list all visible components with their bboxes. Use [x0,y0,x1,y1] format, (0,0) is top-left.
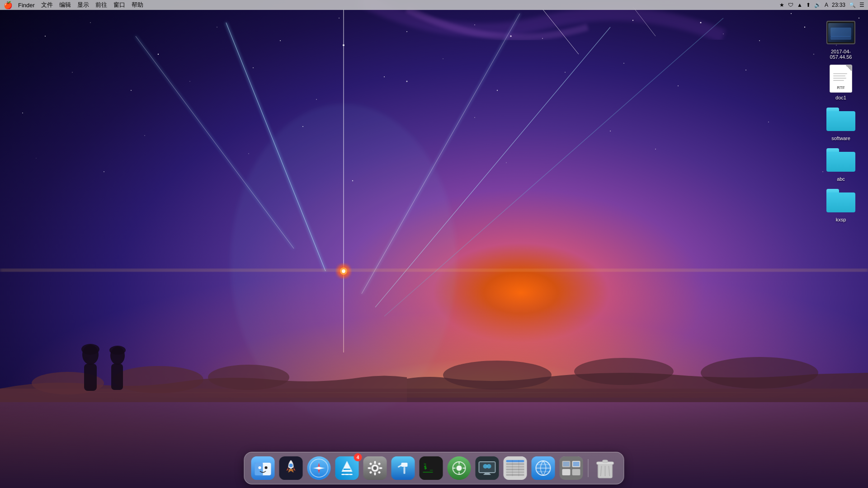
dock-util1[interactable] [502,455,528,481]
dock-mirror[interactable] [474,455,500,481]
rtf-icon-img: RTF [826,64,855,93]
svg-point-73 [701,357,818,389]
svg-point-102 [373,466,377,470]
util1-icon [504,456,527,480]
svg-rect-137 [506,469,524,470]
screenshot-icon-img [826,18,855,47]
dock-launchpad[interactable] [278,455,304,481]
git-icon [448,456,471,480]
dock-safari[interactable] [306,455,332,481]
menu-finder[interactable]: Finder [18,2,35,9]
desktop-icon-kxsp[interactable]: kxsp [823,186,859,222]
desktop-icon-screenshot[interactable]: 2017-04-057.44.56 [823,18,859,60]
finder-icon [251,456,275,480]
dock-util3[interactable] [558,455,585,481]
apple-menu[interactable]: 🍎 [4,1,13,9]
svg-rect-150 [562,469,571,475]
dock: 4 [244,452,624,484]
screenshot-icon-label: 2017-04-057.44.56 [825,49,857,60]
dock-util2[interactable] [530,455,557,481]
time-display: 23:33 [832,2,845,8]
upload-icon: ⬆ [806,2,811,8]
menubar-right: ★ 🛡 ▲ ⬆ 🔊 A 23:33 🔍 ☰ [779,2,864,8]
kxsp-folder-img [826,186,855,215]
svg-rect-153 [573,462,580,466]
desktop-icon-doc1[interactable]: RTF doc1 [823,64,859,100]
dock-separator [588,459,589,477]
launchpad-icon [279,456,303,480]
menu-icon[interactable]: ☰ [859,2,864,8]
menu-view[interactable]: 显示 [77,1,89,9]
svg-rect-147 [560,456,583,480]
menu-file[interactable]: 文件 [41,1,53,9]
dock-finder[interactable] [250,455,276,481]
abc-icon-label: abc [837,176,845,182]
software-folder-img [826,105,855,134]
appstore-badge: 4 [354,453,362,461]
svg-rect-134 [506,460,524,462]
sysprefs-icon [363,456,387,480]
dock-xcode[interactable] [390,455,416,481]
security-icon: 🛡 [788,2,793,8]
svg-rect-139 [506,474,524,476]
svg-rect-103 [374,461,376,464]
search-icon[interactable]: 🔍 [849,2,856,8]
svg-rect-132 [484,474,491,475]
svg-point-84 [259,466,261,469]
svg-rect-152 [563,462,570,466]
svg-point-121 [457,465,462,471]
menu-window[interactable]: 窗口 [113,1,125,9]
terminal-icon: $ _ > [420,456,443,480]
menu-edit[interactable]: 编辑 [59,1,71,9]
desktop-icons-container: 2017-04-057.44.56 RTF doc1 software [823,18,859,222]
svg-rect-136 [506,466,524,468]
desktop [0,0,868,488]
svg-rect-75 [84,364,97,391]
svg-point-130 [487,464,491,469]
menu-help[interactable]: 帮助 [132,1,143,9]
svg-rect-138 [506,471,524,473]
desktop-icon-software[interactable]: software [823,105,859,141]
svg-rect-111 [392,456,415,480]
figures [63,341,154,395]
wifi-icon: ▲ [797,2,802,8]
svg-point-85 [265,466,268,469]
svg-rect-106 [379,467,382,469]
star-icon: ★ [779,2,784,8]
svg-point-76 [81,344,99,355]
kxsp-icon-label: kxsp [836,217,846,222]
svg-rect-156 [603,460,608,463]
svg-point-72 [574,358,674,385]
dock-trash[interactable] [592,455,618,481]
doc1-icon-label: doc1 [835,95,846,100]
abc-folder-img [826,145,855,174]
mirror-icon [476,456,499,480]
menubar: 🍎 Finder 文件 编辑 显示 前往 窗口 帮助 ★ 🛡 ▲ ⬆ 🔊 A 2… [0,0,868,10]
dock-terminal[interactable]: $ _ > [418,455,444,481]
svg-rect-105 [368,467,371,469]
xcode-icon [392,456,415,480]
volume-icon: 🔊 [814,2,821,8]
svg-point-94 [318,467,321,469]
svg-rect-104 [374,472,376,475]
dock-git[interactable] [446,455,472,481]
dock-appstore[interactable]: 4 [334,455,360,481]
svg-rect-133 [504,456,527,480]
svg-rect-78 [111,364,123,390]
svg-point-71 [443,361,552,389]
safari-icon [307,456,331,480]
svg-rect-112 [401,463,408,467]
software-icon-label: software [831,136,850,141]
svg-rect-83 [255,463,263,475]
svg-rect-96 [344,469,351,470]
svg-rect-131 [485,473,490,474]
desktop-icon-abc[interactable]: abc [823,145,859,182]
dock-sysprefs[interactable] [362,455,388,481]
svg-rect-113 [404,467,406,474]
svg-text:>: > [424,462,427,466]
util3-icon [560,456,583,480]
svg-rect-151 [572,469,580,475]
menu-go[interactable]: 前往 [95,1,107,9]
svg-rect-135 [506,463,524,465]
util2-icon [532,456,555,480]
